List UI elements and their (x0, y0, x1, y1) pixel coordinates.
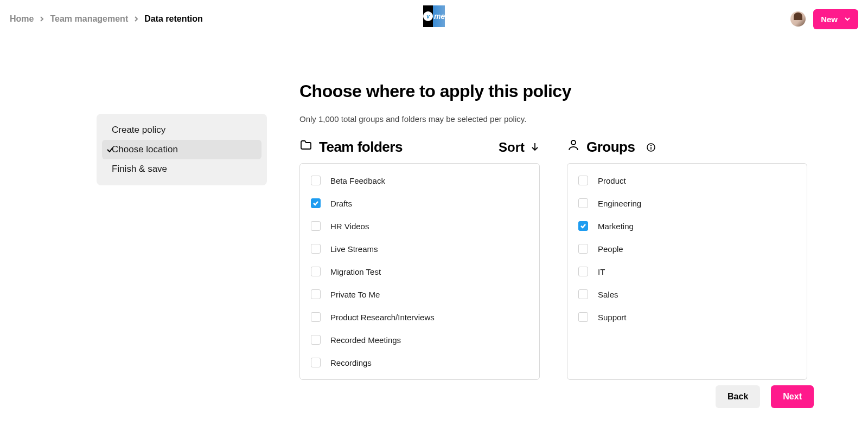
chevron-right-icon (133, 16, 139, 22)
checkbox[interactable] (311, 198, 321, 208)
folders-list: Beta FeedbackDraftsHR VideosLive Streams… (299, 163, 540, 380)
group-row[interactable]: Support (567, 306, 807, 328)
group-label: IT (598, 267, 605, 276)
checkbox[interactable] (311, 267, 321, 276)
folder-row[interactable]: Drafts (300, 192, 539, 215)
folder-row[interactable]: Private To Me (300, 283, 539, 306)
info-icon[interactable] (647, 143, 655, 152)
groups-title: Groups (567, 139, 655, 156)
page-subtitle: Only 1,000 total groups and folders may … (299, 114, 809, 124)
svg-point-1 (571, 140, 576, 145)
checkbox[interactable] (578, 176, 588, 185)
folder-row[interactable]: Beta Feedback (300, 169, 539, 192)
app-logo: v me (423, 5, 445, 27)
folder-label: Product Research/Interviews (330, 313, 435, 322)
page-title: Choose where to apply this policy (299, 81, 809, 101)
group-label: Engineering (598, 199, 641, 208)
chevron-right-icon (39, 16, 44, 22)
groups-list: ProductEngineeringMarketingPeopleITSales… (567, 163, 807, 380)
sidebar-item-create-policy[interactable]: Create policy (102, 120, 261, 140)
group-row[interactable]: Product (567, 169, 807, 192)
breadcrumb-team-management[interactable]: Team management (50, 14, 128, 24)
sidebar-item-label: Finish & save (112, 164, 167, 174)
avatar[interactable] (790, 11, 806, 27)
sort-button[interactable]: Sort (499, 140, 540, 155)
folder-label: Recorded Meetings (330, 335, 401, 345)
folder-row[interactable]: Recorded Meetings (300, 328, 539, 351)
group-label: Product (598, 176, 626, 185)
breadcrumb-home[interactable]: Home (10, 14, 34, 24)
group-label: People (598, 244, 623, 254)
folder-label: Beta Feedback (330, 176, 385, 185)
folder-label: HR Videos (330, 222, 369, 231)
person-icon (567, 139, 580, 156)
checkbox[interactable] (311, 244, 321, 254)
folder-row[interactable]: Product Research/Interviews (300, 306, 539, 328)
sidebar: Create policy Choose location Finish & s… (97, 114, 267, 185)
folder-label: Drafts (330, 199, 352, 208)
checkbox[interactable] (311, 289, 321, 299)
folder-label: Private To Me (330, 290, 380, 299)
folder-row[interactable]: Migration Test (300, 260, 539, 283)
team-folders-title: Team folders (299, 139, 403, 156)
checkbox[interactable] (311, 358, 321, 367)
new-button[interactable]: New (813, 9, 858, 29)
group-row[interactable]: Engineering (567, 192, 807, 215)
group-label: Marketing (598, 222, 634, 231)
folder-label: Live Streams (330, 244, 378, 254)
checkbox[interactable] (578, 198, 588, 208)
checkbox[interactable] (311, 221, 321, 231)
chevron-down-icon (844, 15, 851, 24)
checkbox[interactable] (578, 221, 588, 231)
folder-row[interactable]: Live Streams (300, 237, 539, 260)
sidebar-item-label: Create policy (112, 125, 165, 135)
sidebar-item-choose-location[interactable]: Choose location (102, 140, 261, 159)
checkbox[interactable] (311, 312, 321, 322)
folder-label: Migration Test (330, 267, 381, 276)
breadcrumb: Home Team management Data retention (10, 14, 203, 24)
checkbox[interactable] (578, 267, 588, 276)
folder-row[interactable]: HR Videos (300, 215, 539, 237)
checkbox[interactable] (311, 335, 321, 345)
group-row[interactable]: IT (567, 260, 807, 283)
group-label: Support (598, 313, 627, 322)
checkbox[interactable] (578, 312, 588, 322)
back-button[interactable]: Back (716, 385, 760, 408)
group-row[interactable]: People (567, 237, 807, 260)
checkbox[interactable] (578, 289, 588, 299)
folder-label: Recordings (330, 358, 372, 367)
checkbox[interactable] (578, 244, 588, 254)
group-label: Sales (598, 290, 618, 299)
checkbox[interactable] (311, 176, 321, 185)
folder-row[interactable]: Recordings (300, 351, 539, 374)
sidebar-item-finish-save[interactable]: Finish & save (102, 159, 261, 179)
new-button-label: New (821, 15, 838, 24)
group-row[interactable]: Sales (567, 283, 807, 306)
svg-point-4 (651, 145, 652, 146)
next-button[interactable]: Next (771, 385, 814, 408)
arrow-down-icon (530, 140, 540, 155)
sidebar-item-label: Choose location (112, 144, 178, 155)
breadcrumb-data-retention[interactable]: Data retention (144, 14, 203, 24)
group-row[interactable]: Marketing (567, 215, 807, 237)
folder-icon (299, 139, 312, 156)
